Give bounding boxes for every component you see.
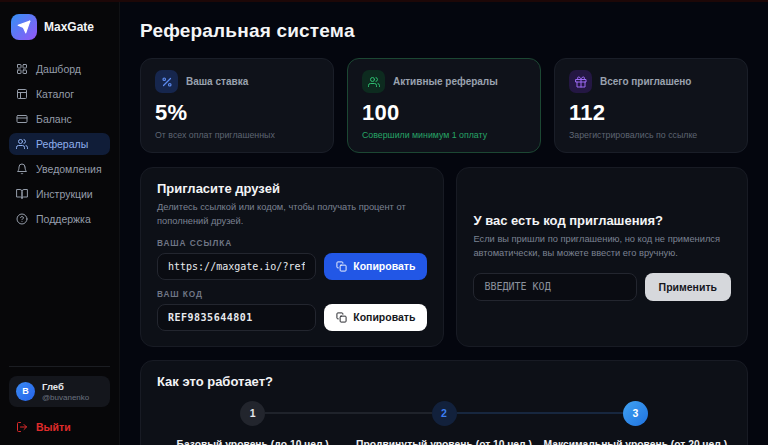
sidebar-item-label: Рефералы bbox=[36, 138, 88, 150]
stat-label: Всего приглашено bbox=[600, 76, 691, 87]
referral-code-input[interactable] bbox=[157, 304, 316, 331]
wallet-icon bbox=[16, 113, 28, 125]
help-circle-icon bbox=[16, 213, 28, 225]
stat-card-rate: Ваша ставка 5% От всех оплат приглашенны… bbox=[140, 58, 334, 153]
stat-card-active-referrals: Активные рефералы 100 Совершили минимум … bbox=[347, 58, 541, 153]
users-icon bbox=[362, 70, 385, 93]
sidebar-item-label: Каталог bbox=[36, 88, 74, 100]
logout-icon bbox=[16, 421, 28, 433]
stats-row: Ваша ставка 5% От всех оплат приглашенны… bbox=[140, 58, 748, 153]
bell-icon bbox=[16, 163, 28, 175]
stat-note: Совершили минимум 1 оплату bbox=[362, 130, 526, 140]
sidebar-item-referrals[interactable]: Рефералы bbox=[9, 133, 110, 155]
middle-row: Пригласите друзей Делитесь ссылкой или к… bbox=[140, 167, 748, 347]
code-field-label: ВАШ КОД bbox=[157, 289, 427, 299]
step-maximum: 3 Максимальный уровень (от 20 чел.) Макс… bbox=[540, 401, 731, 445]
step-number-badge: 3 bbox=[623, 401, 648, 426]
logout-label: Выйти bbox=[36, 421, 71, 433]
step-title: Максимальный уровень (от 20 чел.) bbox=[540, 439, 731, 445]
stat-value: 112 bbox=[569, 100, 733, 126]
sidebar-item-dashboard[interactable]: Дашборд bbox=[9, 58, 110, 80]
sidebar-item-label: Инструкции bbox=[36, 188, 93, 200]
window-top-edge bbox=[0, 0, 768, 2]
copy-icon bbox=[336, 312, 347, 323]
stat-label: Ваша ставка bbox=[186, 76, 248, 87]
stat-value: 5% bbox=[155, 100, 319, 126]
sidebar-item-balance[interactable]: Баланс bbox=[9, 108, 110, 130]
step-connector bbox=[540, 412, 623, 414]
link-field-label: ВАША ССЫЛКА bbox=[157, 238, 427, 248]
sidebar-item-label: Поддержка bbox=[36, 213, 91, 225]
step-basic: 1 Базовый уровень (до 10 чел.) Вы получа… bbox=[157, 401, 348, 445]
main-content: Реферальная система Ваша ставка 5% От вс… bbox=[120, 0, 768, 445]
step-number-badge: 1 bbox=[240, 401, 265, 426]
invite-code-input[interactable] bbox=[473, 273, 636, 301]
sidebar-item-support[interactable]: Поддержка bbox=[9, 208, 110, 230]
percent-icon bbox=[155, 70, 178, 93]
avatar: В bbox=[16, 382, 35, 401]
steps-row: 1 Базовый уровень (до 10 чел.) Вы получа… bbox=[157, 401, 731, 445]
brand-name: MaxGate bbox=[44, 20, 94, 34]
stat-note: От всех оплат приглашенных bbox=[155, 130, 319, 140]
dashboard-grid-icon bbox=[16, 63, 28, 75]
stat-note: Зарегистрировались по ссылке bbox=[569, 130, 733, 140]
invite-description: Делитесь ссылкой или кодом, чтобы получа… bbox=[157, 201, 427, 229]
apply-code-button[interactable]: Применить bbox=[645, 273, 731, 301]
brand[interactable]: MaxGate bbox=[9, 12, 110, 42]
apply-code-panel: У вас есть код приглашения? Если вы приш… bbox=[456, 167, 748, 347]
sidebar-item-label: Уведомления bbox=[36, 163, 102, 175]
gift-icon bbox=[569, 70, 592, 93]
apply-code-description: Если вы пришли по приглашению, но код не… bbox=[473, 233, 731, 261]
copy-code-button[interactable]: Копировать bbox=[324, 304, 427, 331]
referral-link-input[interactable] bbox=[157, 253, 316, 280]
step-advanced: 2 Продвинутый уровень (от 10 чел.) Вы по… bbox=[348, 401, 539, 445]
paper-plane-logo-icon bbox=[11, 14, 37, 40]
how-it-works-title: Как это работает? bbox=[157, 374, 731, 389]
step-connector bbox=[457, 412, 540, 414]
sidebar-item-notifications[interactable]: Уведомления bbox=[9, 158, 110, 180]
invite-title: Пригласите друзей bbox=[157, 181, 427, 196]
logout-button[interactable]: Выйти bbox=[9, 421, 110, 433]
page-title: Реферальная система bbox=[140, 20, 748, 42]
step-title: Базовый уровень (до 10 чел.) bbox=[157, 439, 348, 445]
stat-value: 100 bbox=[362, 100, 526, 126]
sidebar-footer: В Глеб @buvanenko Выйти bbox=[9, 366, 110, 433]
step-connector bbox=[348, 412, 431, 414]
book-icon bbox=[16, 188, 28, 200]
copy-link-button[interactable]: Копировать bbox=[324, 253, 427, 280]
stat-card-total-invited: Всего приглашено 112 Зарегистрировались … bbox=[554, 58, 748, 153]
user-handle: @buvanenko bbox=[42, 393, 89, 402]
copy-icon bbox=[336, 261, 347, 272]
app-window: MaxGate Дашборд Каталог Баланс Рефералы … bbox=[0, 0, 768, 445]
stat-label: Активные рефералы bbox=[393, 76, 498, 87]
step-number-badge: 2 bbox=[432, 401, 457, 426]
user-name: Глеб bbox=[42, 381, 89, 393]
sidebar-item-instructions[interactable]: Инструкции bbox=[9, 183, 110, 205]
invite-friends-panel: Пригласите друзей Делитесь ссылкой или к… bbox=[140, 167, 444, 347]
sidebar: MaxGate Дашборд Каталог Баланс Рефералы … bbox=[0, 0, 120, 445]
sidebar-nav: Дашборд Каталог Баланс Рефералы Уведомле… bbox=[9, 58, 110, 366]
sidebar-item-catalog[interactable]: Каталог bbox=[9, 83, 110, 105]
how-it-works-panel: Как это работает? 1 Базовый уровень (до … bbox=[140, 360, 748, 445]
sidebar-item-label: Баланс bbox=[36, 113, 72, 125]
apply-code-title: У вас есть код приглашения? bbox=[473, 213, 731, 228]
step-title: Продвинутый уровень (от 10 чел.) bbox=[348, 439, 539, 445]
catalog-layout-icon bbox=[16, 88, 28, 100]
users-icon bbox=[16, 138, 28, 150]
user-card[interactable]: В Глеб @buvanenko bbox=[9, 376, 110, 407]
step-connector bbox=[265, 412, 348, 414]
sidebar-item-label: Дашборд bbox=[36, 63, 81, 75]
